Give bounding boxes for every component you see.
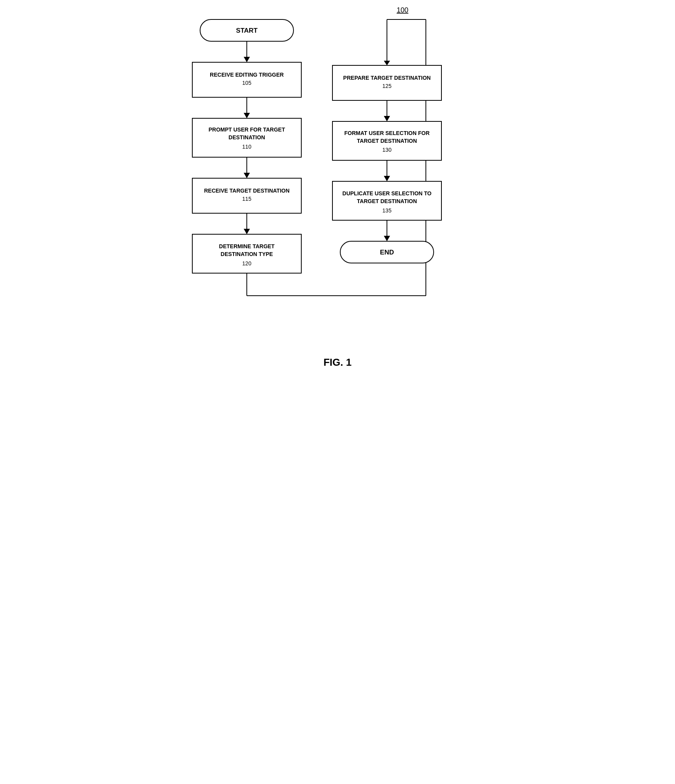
label-120-1: DETERMINE TARGET — [219, 243, 274, 249]
label-135-1: DUPLICATE USER SELECTION TO — [342, 190, 431, 196]
arrowhead-110-115 — [244, 173, 250, 178]
number-125: 125 — [382, 83, 392, 89]
label-115-1: RECEIVE TARGET DESTINATION — [204, 188, 290, 194]
arrowhead-105-110 — [244, 113, 250, 118]
label-105-1: RECEIVE EDITING TRIGGER — [210, 72, 284, 78]
arrowhead-130-135 — [384, 176, 390, 181]
label-125-1: PREPARE TARGET DESTINATION — [343, 75, 431, 81]
label-110-1: PROMPT USER FOR TARGET — [208, 126, 285, 133]
label-120-2: DESTINATION TYPE — [220, 251, 272, 257]
main-svg-container: 100 START RECEIVE EDITING TRIGGER 105 PR… — [169, 0, 506, 392]
figure-label: FIG. 1 — [323, 356, 351, 368]
number-120: 120 — [242, 260, 251, 267]
label-130-1: FORMAT USER SELECTION FOR — [344, 130, 429, 136]
arrowhead-125-130 — [384, 116, 390, 121]
number-130: 130 — [382, 147, 392, 153]
arrowhead-115-120 — [244, 229, 250, 234]
end-text: END — [380, 249, 394, 256]
number-110: 110 — [242, 144, 251, 150]
number-115: 115 — [242, 196, 251, 202]
label-135-2: TARGET DESTINATION — [357, 198, 417, 204]
label-110-2: DESTINATION — [229, 134, 265, 140]
number-105: 105 — [242, 80, 251, 86]
arrowhead-135-end — [384, 236, 390, 241]
number-135: 135 — [382, 207, 392, 214]
ref-number: 100 — [396, 6, 408, 14]
arrowhead-start-105 — [244, 57, 250, 62]
flowchart-svg: 100 START RECEIVE EDITING TRIGGER 105 PR… — [169, 0, 506, 377]
label-130-2: TARGET DESTINATION — [357, 138, 417, 144]
arrowhead-to-125 — [384, 61, 390, 65]
start-text: START — [236, 27, 258, 34]
